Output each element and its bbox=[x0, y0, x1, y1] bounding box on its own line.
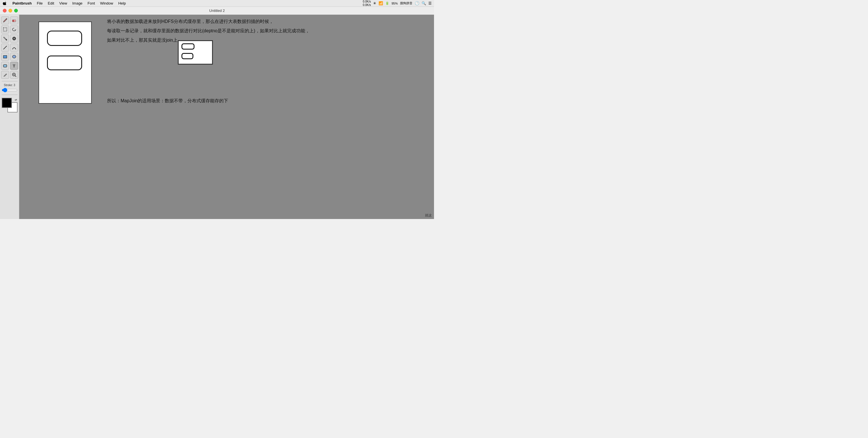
canvas-area[interactable]: 将小表的数据加载进来放到HDFS分布式缓存里，那么在进行大表数据扫描的时候， 每… bbox=[19, 15, 434, 219]
rounded-rect-icon bbox=[3, 63, 7, 68]
right-canvas-container bbox=[178, 40, 213, 65]
bluetooth-icon: ✳ bbox=[373, 1, 376, 5]
text-line-2: 每读取一条记录，就和缓存里面的数据进行对比(deptno是不是能对应的上)，如果… bbox=[107, 27, 423, 35]
eraser-icon bbox=[12, 18, 17, 23]
line-icon bbox=[3, 45, 7, 50]
close-button[interactable] bbox=[3, 9, 6, 12]
text-line-bottom: 所以：MapJoin的适用场景：数据不带，分布式缓存能存的下 bbox=[107, 97, 228, 106]
rect-fill-icon bbox=[3, 54, 7, 59]
text-line-1: 将小表的数据加载进来放到HDFS分布式缓存里，那么在进行大表数据扫描的时候， bbox=[107, 18, 423, 26]
curve-icon bbox=[12, 45, 17, 50]
svg-point-4 bbox=[6, 39, 7, 40]
right-canvas[interactable] bbox=[178, 40, 213, 65]
svg-rect-3 bbox=[3, 28, 7, 31]
fill-tool[interactable] bbox=[1, 35, 9, 42]
text-content-area: 将小表的数据加载进来放到HDFS分布式缓存里，那么在进行大表数据扫描的时候， 每… bbox=[107, 18, 423, 45]
window-controls bbox=[3, 9, 18, 12]
menubar: Paintbrush File Edit View Image Font Win… bbox=[0, 0, 434, 7]
curve-tool[interactable] bbox=[10, 43, 18, 52]
small-rect-2 bbox=[182, 53, 193, 59]
fill-icon bbox=[3, 36, 7, 41]
lasso-icon bbox=[12, 27, 17, 32]
titlebar: Untitled 2 bbox=[0, 7, 434, 15]
menu-edit[interactable]: Edit bbox=[45, 1, 56, 6]
color-picker-icon bbox=[3, 72, 7, 77]
menu-extra-icon[interactable]: ☰ bbox=[428, 1, 432, 5]
menu-file[interactable]: File bbox=[35, 1, 45, 6]
toolbar: T bbox=[0, 15, 19, 219]
tool-row-7 bbox=[1, 71, 18, 79]
tool-row-5 bbox=[1, 53, 18, 61]
color-swap-button[interactable]: ⇄ bbox=[15, 98, 17, 101]
foreground-color[interactable] bbox=[2, 98, 12, 108]
zoom-tool[interactable] bbox=[10, 71, 18, 79]
ellipse-tool[interactable] bbox=[10, 53, 18, 61]
eyedropper-icon bbox=[12, 36, 17, 41]
menu-window[interactable]: Window bbox=[98, 1, 115, 6]
zoom-icon bbox=[12, 72, 17, 77]
text-tool[interactable]: T bbox=[10, 62, 18, 70]
svg-line-7 bbox=[3, 46, 7, 49]
select-rect-icon bbox=[3, 27, 7, 32]
time-icon: 🕐 bbox=[415, 1, 419, 5]
text-line-4: 所以：MapJoin的适用场景：数据不带，分布式缓存能存的下 bbox=[107, 97, 228, 105]
tool-row-6: T bbox=[1, 62, 18, 70]
tool-divider bbox=[2, 81, 18, 81]
maximize-button[interactable] bbox=[14, 9, 18, 12]
tool-row-4 bbox=[1, 43, 18, 52]
svg-line-12 bbox=[15, 76, 16, 77]
search-icon-menu[interactable]: 🔍 bbox=[422, 1, 426, 5]
menubar-items: Paintbrush File Edit View Image Font Win… bbox=[10, 1, 128, 6]
menu-paintbrush[interactable]: Paintbrush bbox=[10, 1, 34, 6]
text-line-3: 如果对比不上，那其实就是没join上 bbox=[107, 36, 423, 45]
status-text: 就这 bbox=[425, 213, 432, 218]
tool-row-3 bbox=[1, 35, 18, 42]
eyedropper-tool[interactable] bbox=[10, 35, 18, 42]
svg-rect-2 bbox=[12, 20, 14, 22]
ellipse-icon bbox=[12, 54, 17, 59]
apple-menu[interactable] bbox=[2, 1, 7, 6]
menu-view[interactable]: View bbox=[57, 1, 69, 6]
window: Untitled 2 bbox=[0, 7, 434, 219]
tool-row-2 bbox=[1, 26, 18, 33]
select-rect-tool[interactable] bbox=[1, 26, 9, 33]
network-speed: 0.0K/s0.0K/s bbox=[363, 0, 371, 7]
svg-rect-10 bbox=[3, 65, 7, 67]
menu-image[interactable]: Image bbox=[70, 1, 85, 6]
color-picker-tool[interactable] bbox=[1, 71, 9, 79]
color-area: ⇄ bbox=[2, 98, 18, 113]
pencil-icon bbox=[3, 18, 7, 23]
stroke-label: Stroke: 3 bbox=[4, 84, 15, 87]
canvas-rounded-rect-1 bbox=[47, 31, 82, 46]
apple-icon bbox=[3, 1, 6, 6]
menu-font[interactable]: Font bbox=[85, 1, 97, 6]
main-canvas[interactable] bbox=[38, 22, 92, 104]
ime-label[interactable]: 搜狗拼音 bbox=[400, 1, 412, 5]
svg-point-9 bbox=[12, 55, 16, 58]
menu-help[interactable]: Help bbox=[116, 1, 128, 6]
pencil-tool[interactable] bbox=[1, 17, 9, 24]
tool-row-1 bbox=[1, 17, 18, 24]
battery-icon: 🔋 bbox=[385, 1, 389, 5]
svg-rect-8 bbox=[3, 56, 7, 58]
canvas-rounded-rect-2 bbox=[47, 56, 82, 70]
small-rect-1 bbox=[182, 43, 194, 50]
line-tool[interactable] bbox=[1, 43, 9, 52]
svg-point-6 bbox=[13, 38, 15, 39]
wifi-icon: 📶 bbox=[378, 1, 383, 5]
minimize-button[interactable] bbox=[8, 9, 12, 12]
rect-fill-tool[interactable] bbox=[1, 53, 9, 61]
lasso-tool[interactable] bbox=[10, 26, 18, 33]
stroke-slider[interactable] bbox=[2, 88, 18, 92]
battery-percent: 95% bbox=[392, 2, 398, 5]
window-title: Untitled 2 bbox=[209, 8, 225, 13]
menubar-right: 0.0K/s0.0K/s ✳ 📶 🔋 95% 搜狗拼音 🕐 🔍 ☰ bbox=[363, 0, 432, 7]
eraser-tool[interactable] bbox=[10, 17, 18, 24]
content: T bbox=[0, 15, 434, 219]
rounded-rect-tool[interactable] bbox=[1, 62, 9, 70]
text-tool-label: T bbox=[13, 63, 15, 68]
